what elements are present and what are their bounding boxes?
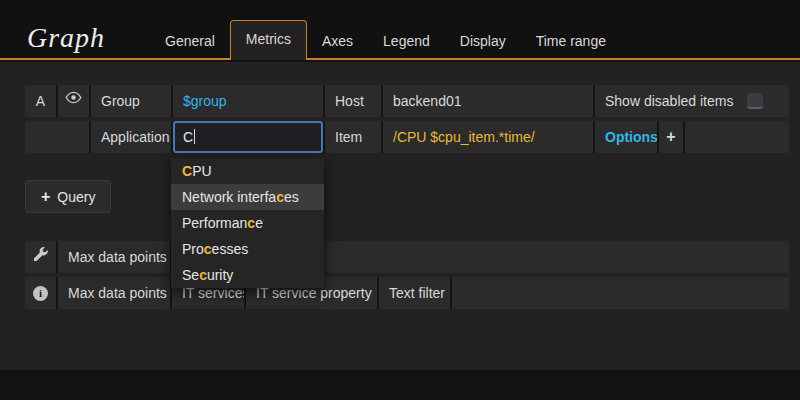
typeahead-item[interactable]: Processes: [171, 236, 324, 262]
add-item-button[interactable]: +: [659, 121, 683, 153]
options-button[interactable]: Options: [595, 121, 657, 153]
application-label: Application: [91, 121, 171, 153]
show-disabled-label: Show disabled items: [605, 85, 733, 117]
query-row-1: A Group $group Host backend01 Show disab…: [25, 85, 789, 117]
item-label: Item: [325, 121, 381, 153]
grafana-panel-editor: { "panel": { "title": "Graph" }, "tabs":…: [0, 0, 800, 400]
options-toggle[interactable]: [25, 241, 56, 273]
typeahead-item[interactable]: Performance: [171, 210, 324, 236]
typeahead-item[interactable]: Network interfaces: [171, 184, 324, 210]
tabs: GeneralMetricsAxesLegendDisplayTime rang…: [150, 20, 621, 60]
text-caret: [194, 129, 195, 144]
application-input[interactable]: C: [173, 121, 323, 153]
show-disabled-checkbox[interactable]: [747, 93, 763, 109]
options-row: Max data points: [25, 241, 789, 273]
show-disabled-cell: Show disabled items: [595, 85, 789, 117]
text-filter-cell[interactable]: Text filter: [379, 277, 450, 309]
add-query-button[interactable]: + Query: [25, 180, 111, 213]
functions-row: i Max data points IT services IT service…: [25, 277, 789, 309]
group-label: Group: [91, 85, 171, 117]
host-label: Host: [325, 85, 381, 117]
plus-icon: +: [41, 188, 50, 206]
application-input-value: C: [183, 129, 193, 145]
info-toggle[interactable]: i: [25, 277, 56, 309]
max-data-points-label-2: Max data points: [58, 277, 170, 309]
tab-display[interactable]: Display: [445, 22, 521, 60]
tab-metrics[interactable]: Metrics: [230, 20, 307, 60]
query-row-2: Application C Item /CPU $cpu_item.*time/…: [25, 121, 789, 153]
typeahead-item[interactable]: Security: [171, 262, 324, 288]
item-value[interactable]: /CPU $cpu_item.*time/: [383, 121, 593, 153]
tab-axes[interactable]: Axes: [307, 22, 368, 60]
max-data-points-label: Max data points: [58, 241, 170, 273]
host-value[interactable]: backend01: [383, 85, 593, 117]
typeahead-item[interactable]: CPU: [171, 158, 324, 184]
filler-cell: [452, 277, 789, 309]
panel-title: Graph: [27, 22, 105, 54]
tab-general[interactable]: General: [150, 22, 230, 60]
typeahead-dropdown: CPUNetwork interfacesPerformanceProcesse…: [171, 158, 324, 288]
spacer-cell: [25, 121, 89, 153]
query-visibility-toggle[interactable]: [58, 85, 89, 117]
panel-header: Graph GeneralMetricsAxesLegendDisplayTim…: [0, 0, 800, 60]
filler-cell: [685, 121, 789, 153]
tab-time-range[interactable]: Time range: [521, 22, 621, 60]
plus-icon: +: [666, 128, 675, 145]
group-value[interactable]: $group: [173, 85, 323, 117]
info-icon: i: [33, 286, 48, 301]
tab-legend[interactable]: Legend: [368, 22, 445, 60]
add-query-label: Query: [57, 189, 95, 205]
eye-icon: [65, 85, 82, 117]
query-ref-letter[interactable]: A: [25, 85, 56, 117]
metrics-editor: A Group $group Host backend01 Show disab…: [0, 62, 800, 370]
wrench-icon: [33, 241, 48, 273]
